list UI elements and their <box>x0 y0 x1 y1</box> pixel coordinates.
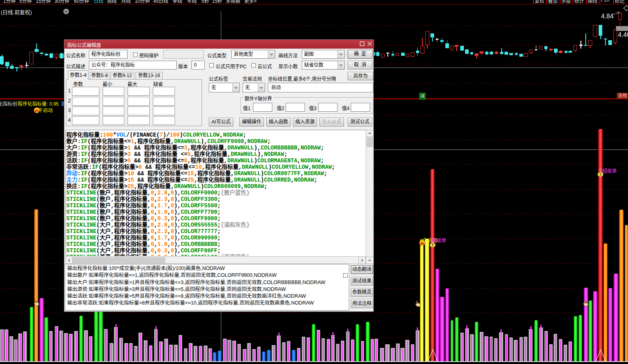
svg-text:$: $ <box>599 173 602 177</box>
svg-text:$: $ <box>432 243 434 247</box>
